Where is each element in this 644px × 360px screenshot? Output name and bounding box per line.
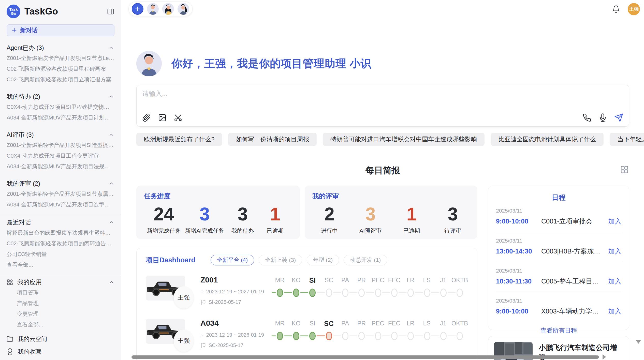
milestone-node: [424, 289, 430, 297]
greeting-row: 你好，王强，我是你的项目管理助理 小识: [136, 51, 629, 76]
stat-item: 3 AI预评审: [357, 203, 385, 235]
scroll-down-arrow[interactable]: [636, 340, 641, 344]
section-agent-done[interactable]: Agent已办 (3): [7, 43, 114, 53]
sidebar-item[interactable]: Z001-全新燃油轻卡产品开发项目SI节点属性5D文件评审: [7, 189, 114, 199]
new-chat-button[interactable]: 新对话: [7, 24, 114, 36]
chat-input[interactable]: [142, 90, 623, 98]
task-progress-title: 任务进度: [144, 192, 292, 201]
agent-avatar-3[interactable]: [178, 3, 189, 15]
recent-chat-item[interactable]: 解释最新出台的欧盟报废车法规再生塑料比例被调至15%...: [7, 228, 114, 238]
milestone-node: [440, 332, 447, 340]
sidebar-item[interactable]: C02-飞腾新能源轻客改款项目立项汇报方案: [7, 74, 114, 85]
join-link[interactable]: 加入: [608, 277, 621, 286]
attach-paperclip-icon[interactable]: [142, 113, 151, 122]
schedule-time: 10:30-11:30: [496, 277, 541, 285]
section-ai-review[interactable]: AI评审 (3): [7, 130, 114, 140]
sidebar-item[interactable]: A034-全新新能源MUV产品开发项目计划变更表编写: [7, 112, 114, 123]
section-recent-chats[interactable]: 最近对话: [7, 217, 114, 228]
section-my-apps[interactable]: 我的应用: [7, 277, 114, 287]
schedule-time: 9:00-10:00: [496, 307, 541, 315]
sidebar-item[interactable]: A034-全新新能源MUV产品开发项目法规符合性评审: [7, 161, 114, 172]
suggestion-chip[interactable]: 欧洲新规最近颁布了什么?: [136, 133, 222, 146]
scissors-screenshot-icon[interactable]: [174, 113, 182, 122]
tab-new-body[interactable]: 全新上装 (3): [259, 255, 302, 265]
chat-input-box: [136, 85, 629, 127]
tab-new-platform[interactable]: 全新平台 (4): [211, 255, 254, 265]
suggestion-chip[interactable]: 如何写一份清晰的项目周报: [228, 133, 317, 146]
stat-label: 待评审: [439, 227, 467, 235]
milestone-node: [277, 289, 283, 297]
view-all-schedule-link[interactable]: 查看所有日程: [496, 326, 621, 335]
app-item-change-mgmt[interactable]: 变更管理: [7, 309, 114, 319]
schedule-name: C005-整车工程目标评审: [541, 277, 605, 286]
agent-avatar-2[interactable]: [162, 3, 174, 15]
sidebar-item[interactable]: Z001-全新燃油轻卡产品开发项目SI造型提交物评审: [7, 140, 114, 151]
tab-year-model[interactable]: 年型 (2): [307, 255, 339, 265]
sidebar-item[interactable]: C0X4-动力总成开发项目工程变更评审: [7, 151, 114, 161]
apps-view-all-link[interactable]: 查看全部...: [7, 319, 114, 330]
project-info: A034 2023-12-19 ~ 2026-01-19 SC-2025-05-…: [200, 319, 264, 348]
user-avatar[interactable]: 王强: [628, 3, 640, 15]
my-favorites[interactable]: 我的收藏: [7, 345, 114, 358]
schedule-date: 2025/03/11: [496, 268, 621, 274]
recent-view-all-link[interactable]: 查看全部...: [7, 260, 114, 270]
agent-avatar-1[interactable]: [147, 3, 159, 15]
section-my-todo[interactable]: 我的待办 (2): [7, 92, 114, 102]
section-my-review[interactable]: 我的评审 (2): [7, 178, 114, 189]
milestone-label: PR: [353, 320, 370, 328]
milestone-label: LS: [419, 320, 435, 328]
layout-grid-icon[interactable]: [620, 165, 629, 174]
stat-value: 1: [261, 203, 289, 225]
suggestion-chip[interactable]: 比亚迪全固态电池计划具体说了什么: [491, 133, 604, 146]
app-item-project-mgmt[interactable]: 项目管理: [7, 287, 114, 298]
milestone-label: MR: [272, 320, 288, 328]
bell-icon[interactable]: [612, 5, 620, 13]
daily-briefing-header: 每日简报: [136, 165, 629, 176]
sidebar-item[interactable]: Z001-全新燃油皮卡产品开发项目SI节点Lesson Learn报告: [7, 53, 114, 64]
logo-row: Task Go TaskGo: [7, 4, 114, 19]
milestone-label: PEC: [370, 320, 386, 328]
suggestion-chip[interactable]: 特朗普可能对进口汽车增税会对中国车企造成哪些影响: [323, 133, 485, 146]
horizontal-scrollbar-thumb[interactable]: [131, 355, 599, 359]
image-upload-icon[interactable]: [158, 113, 167, 122]
my-cloud-space[interactable]: 我的云空间: [7, 333, 114, 345]
tab-powertrain[interactable]: 动总开发 (1): [344, 255, 387, 265]
milestone-label: LR: [402, 320, 419, 328]
sidebar-item[interactable]: A034-全新新能源MUV产品开发项目造型可行性评审: [7, 199, 114, 210]
project-row-z001: 王强 Z001 2023-12-19 ~ 2027-01-19 SI-2025-…: [146, 276, 468, 309]
microphone-icon[interactable]: [598, 113, 607, 122]
plus-icon: [11, 27, 17, 33]
milestone-node: [277, 332, 283, 340]
milestone-label: SC: [321, 320, 337, 328]
join-link[interactable]: 加入: [608, 217, 621, 226]
milestone-node: [391, 332, 398, 340]
logo-line2: Go: [11, 11, 16, 16]
recent-chat-item[interactable]: 公司Q3轻卡销量: [7, 249, 114, 260]
stat-label: AI预评审: [357, 227, 385, 235]
sidebar-item[interactable]: C0X4-动力总成开发项目SI里程碑提交物检查: [7, 102, 114, 112]
sidebar-item[interactable]: C02-飞腾新能源轻客改款项目里程碑画布: [7, 64, 114, 74]
project-code: Z001: [200, 276, 264, 284]
schedule-title: 日程: [496, 193, 621, 202]
recent-chat-item[interactable]: C02-飞腾新能源轻客改款项目的闭环通告反馈情况: [7, 238, 114, 249]
stat-item: 2 进行中: [315, 203, 343, 235]
app-item-product-mgmt[interactable]: 产品管理: [7, 298, 114, 309]
join-link[interactable]: 加入: [608, 247, 621, 256]
flag-icon: [200, 343, 206, 348]
stat-value: 24: [147, 203, 181, 225]
voice-call-phone-icon[interactable]: [583, 113, 591, 122]
send-icon[interactable]: [614, 113, 623, 122]
suggestion-chip[interactable]: 当下年轻人对汽车外观有怎样的喜好趋势: [610, 133, 644, 146]
suggestion-chips: 欧洲新规最近颁布了什么? 如何写一份清晰的项目周报 特朗普可能对进口汽车增税会对…: [136, 133, 629, 146]
project-code: A034: [200, 319, 264, 327]
collapse-sidebar-icon[interactable]: [107, 8, 114, 15]
milestone-label: OKTB: [451, 320, 468, 328]
dashboard-tabs: 全新平台 (4) 全新上装 (3) 年型 (2) 动总开发 (1): [211, 255, 387, 265]
join-link[interactable]: 加入: [608, 307, 621, 316]
stat-value: 3: [357, 203, 385, 225]
chevron-up-icon: [108, 279, 114, 285]
scroll-right-arrow[interactable]: [603, 354, 606, 359]
add-agent-button[interactable]: [132, 3, 143, 15]
milestone-node: [424, 332, 430, 340]
new-chat-label: 新对话: [20, 26, 38, 34]
